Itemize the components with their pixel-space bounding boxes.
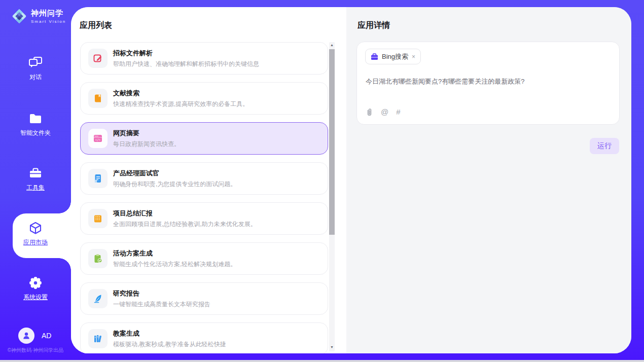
app-desc: 一键智能生成高质量长文本研究报告: [113, 300, 210, 309]
browser-code-icon: </>: [88, 129, 108, 148]
app-name: 教案生成: [113, 329, 226, 338]
scroll-up-arrow[interactable]: ▲: [329, 42, 335, 48]
sidebar-item-smart-folder[interactable]: 智能文件夹: [0, 112, 71, 137]
main-content: 应用列表 招标文件解析 帮助用户快速、准确地理解和解析招标书中的关键信息: [71, 7, 631, 353]
tool-chip-bing-search[interactable]: Bing搜索 ×: [365, 49, 421, 64]
query-text[interactable]: 今日湖北有哪些新闻要点?有哪些需要关注的最新政策?: [366, 77, 609, 86]
cube-icon: [28, 221, 43, 235]
app-desc: 快速精准查找学术资源,提高研究效率的必备工具。: [113, 100, 248, 108]
app-card-project-summary[interactable]: 项目总结汇报 全面回顾项目进展,总结经验教训,助力未来优化发展。: [80, 202, 328, 235]
attachment-icon[interactable]: [366, 108, 373, 116]
user-account[interactable]: AD: [18, 328, 51, 344]
app-desc: 明确身份和职责,为您提供专业性的面试问题。: [113, 180, 236, 189]
app-card-event-plan[interactable]: 活动方案生成 智能生成个性化活动方案,轻松解决规划难题。: [80, 242, 328, 275]
clipboard-check-icon: [88, 249, 108, 268]
user-initials: AD: [42, 332, 51, 340]
app-list: 招标文件解析 帮助用户快速、准确地理解和解析招标书中的关键信息 文献搜索 快速精…: [80, 42, 328, 353]
sidebar-item-label: 对话: [0, 73, 71, 82]
app-desc: 智能生成个性化活动方案,轻松解决规划难题。: [113, 260, 236, 269]
scroll-down-arrow[interactable]: ▼: [329, 344, 335, 350]
app-list-title: 应用列表: [80, 20, 112, 31]
app-card-literature-search[interactable]: 文献搜索 快速精准查找学术资源,提高研究效率的必备工具。: [80, 82, 328, 115]
app-card-lesson-plan[interactable]: 教案生成 模板驱动,教案秒成,教学准备从此轻松快捷: [80, 322, 328, 353]
app-list-scrollbar[interactable]: ▲ ▼: [329, 42, 335, 351]
document-icon: [88, 169, 108, 188]
run-button[interactable]: 运行: [590, 138, 619, 154]
hash-icon[interactable]: #: [396, 107, 400, 116]
edit-square-icon: [88, 49, 108, 68]
briefcase-icon: [371, 53, 378, 60]
sidebar: 神州问学 Smart Vision 对话 智能文件夹 工具集: [0, 0, 71, 360]
notepad-icon: [88, 209, 108, 228]
chip-close-icon[interactable]: ×: [412, 54, 415, 60]
app-name: 研究报告: [113, 289, 210, 298]
scroll-thumb[interactable]: [329, 49, 335, 235]
logo-subtitle: Smart Vision: [31, 19, 66, 24]
logo-title: 神州问学: [31, 9, 66, 18]
query-input-card[interactable]: Bing搜索 × 今日湖北有哪些新闻要点?有哪些需要关注的最新政策? @ #: [356, 42, 620, 125]
app-desc: 全面回顾项目进展,总结经验教训,助力未来优化发展。: [113, 220, 257, 229]
sidebar-item-toolset[interactable]: 工具集: [0, 166, 71, 192]
tool-chip-label: Bing搜索: [382, 52, 408, 61]
mention-icon[interactable]: @: [381, 107, 388, 116]
quill-icon: [88, 289, 108, 308]
app-name: 产品经理面试官: [113, 169, 236, 178]
input-toolbar: @ #: [366, 107, 401, 116]
sidebar-item-label: 智能文件夹: [0, 129, 71, 137]
svg-text:</>: </>: [95, 138, 101, 141]
app-name: 招标文件解析: [113, 49, 259, 58]
active-nav-fillet-top: [59, 201, 71, 213]
gem-logo-icon: [11, 8, 27, 24]
app-card-bid-analysis[interactable]: 招标文件解析 帮助用户快速、准确地理解和解析招标书中的关键信息: [80, 42, 328, 75]
person-icon: [22, 331, 31, 340]
sidebar-item-chat[interactable]: 对话: [0, 56, 71, 82]
app-detail-title: 应用详情: [357, 20, 390, 31]
app-desc: 模板驱动,教案秒成,教学准备从此轻松快捷: [113, 340, 226, 349]
avatar: [18, 328, 34, 344]
app-detail-panel: 应用详情 Bing搜索 × 今日湖北有哪些新闻要点?有哪些需要关注的最新政策?: [346, 7, 631, 353]
active-nav-fillet-bottom: [59, 258, 71, 270]
chat-icon: [28, 56, 43, 70]
book-icon: [88, 89, 108, 108]
sidebar-item-app-market[interactable]: 应用市场: [0, 221, 71, 247]
app-card-research-report[interactable]: 研究报告 一键智能生成高质量长文本研究报告: [80, 282, 328, 315]
folder-icon: [28, 112, 43, 126]
app-card-web-summary[interactable]: </> 网页摘要 每日政府新闻资讯快查。: [80, 122, 328, 155]
app-name: 文献搜索: [113, 89, 248, 98]
app-list-panel: 应用列表 招标文件解析 帮助用户快速、准确地理解和解析招标书中的关键信息: [71, 7, 346, 353]
app-logo: 神州问学 Smart Vision: [11, 8, 66, 24]
app-name: 活动方案生成: [113, 249, 236, 258]
books-icon: [88, 329, 108, 348]
app-desc: 每日政府新闻资讯快查。: [113, 140, 180, 149]
sidebar-item-label: 工具集: [0, 184, 71, 192]
sidebar-item-settings[interactable]: 系统设置: [0, 276, 71, 302]
app-card-pm-interviewer[interactable]: 产品经理面试官 明确身份和职责,为您提供专业性的面试问题。: [80, 162, 328, 195]
gear-icon: [28, 276, 43, 290]
toolbox-icon: [28, 166, 43, 180]
app-name: 项目总结汇报: [113, 209, 257, 218]
sidebar-footer-text: ©神州数码·神州问学出品: [0, 347, 71, 354]
sidebar-item-label: 应用市场: [0, 238, 71, 247]
app-desc: 帮助用户快速、准确地理解和解析招标书中的关键信息: [113, 60, 259, 68]
sidebar-item-label: 系统设置: [0, 293, 71, 302]
app-name: 网页摘要: [113, 129, 180, 138]
